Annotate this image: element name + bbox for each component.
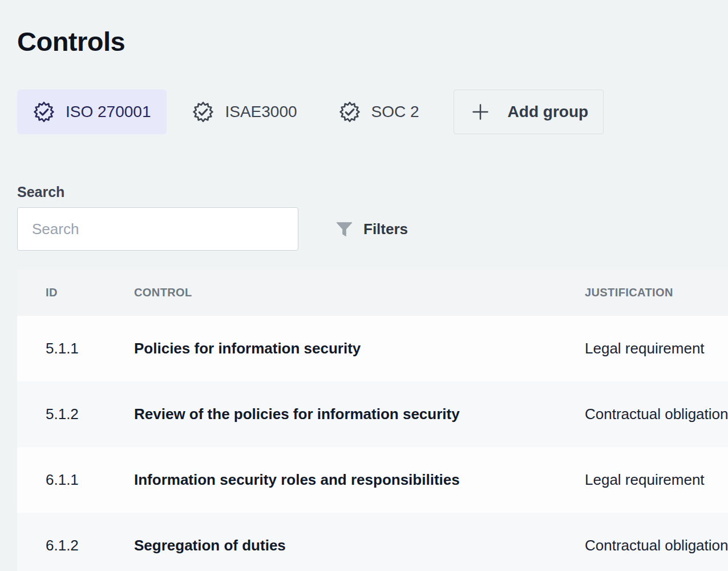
filters-label: Filters (363, 220, 408, 238)
plus-icon (469, 100, 492, 123)
funnel-icon (335, 220, 354, 239)
cell-justification: Contractual obligation (585, 537, 728, 554)
page-title: Controls (17, 26, 728, 58)
column-header-control: CONTROL (134, 286, 585, 299)
cell-id: 5.1.1 (17, 340, 134, 357)
cell-control: Segregation of duties (134, 537, 585, 554)
table-row[interactable]: 5.1.2 Review of the policies for informa… (17, 381, 728, 447)
table-row[interactable]: 6.1.2 Segregation of duties Contractual … (17, 513, 728, 571)
tab-soc-2[interactable]: SOC 2 (323, 90, 435, 134)
cell-justification: Legal requirement (585, 340, 728, 357)
tab-iso-270001[interactable]: ISO 270001 (17, 90, 167, 134)
column-header-id: ID (17, 286, 134, 299)
search-row: Filters (17, 207, 728, 251)
search-input[interactable] (17, 207, 298, 251)
cell-control: Policies for information security (134, 340, 585, 357)
cell-control: Information security roles and responsib… (134, 471, 585, 489)
column-header-justification: JUSTIFICATION (585, 286, 728, 299)
search-label: Search (17, 184, 728, 200)
cell-id: 6.1.2 (17, 537, 134, 554)
badge-check-icon (192, 101, 214, 123)
tab-label: SOC 2 (371, 103, 419, 121)
controls-page: Controls ISO 270001 ISAE3000 (0, 0, 728, 571)
filters-button[interactable]: Filters (335, 220, 408, 239)
table-row[interactable]: 6.1.1 Information security roles and res… (17, 447, 728, 513)
group-tabs: ISO 270001 ISAE3000 SOC 2 (17, 90, 728, 134)
add-group-label: Add group (508, 103, 589, 121)
cell-id: 5.1.2 (17, 405, 134, 423)
table-row[interactable]: 5.1.1 Policies for information security … (17, 316, 728, 381)
cell-id: 6.1.1 (17, 471, 134, 489)
cell-control: Review of the policies for information s… (134, 405, 585, 423)
table-header-row: ID CONTROL JUSTIFICATION (17, 269, 728, 316)
cell-justification: Contractual obligation (585, 405, 728, 423)
badge-check-icon (33, 101, 55, 123)
add-group-button[interactable]: Add group (454, 90, 604, 134)
badge-check-icon (339, 101, 361, 123)
controls-table: ID CONTROL JUSTIFICATION 5.1.1 Policies … (17, 269, 728, 571)
tab-label: ISO 270001 (66, 103, 151, 121)
tab-label: ISAE3000 (225, 103, 297, 121)
cell-justification: Legal requirement (585, 471, 728, 489)
tab-isae3000[interactable]: ISAE3000 (176, 90, 313, 134)
